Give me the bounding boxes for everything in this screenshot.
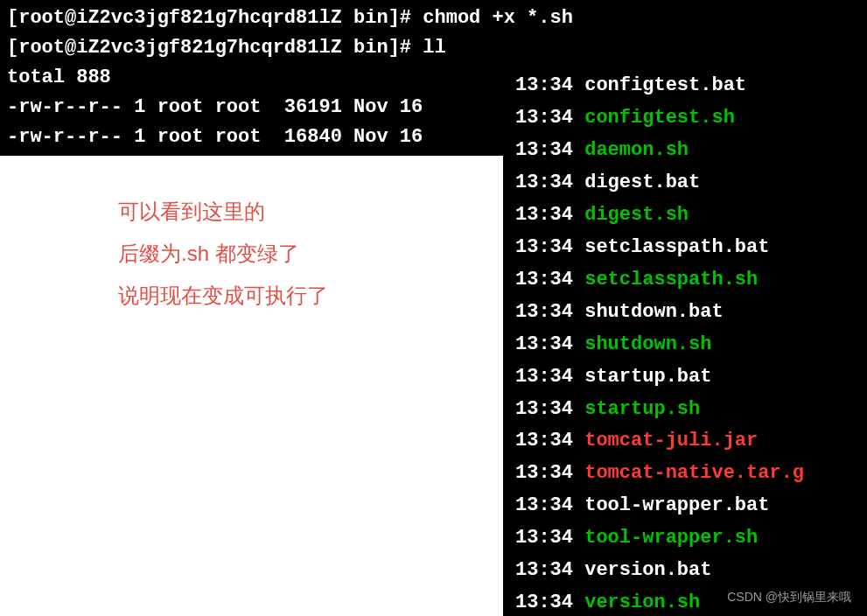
file-time: 13:34	[515, 527, 584, 549]
cmd-2: ll	[423, 37, 445, 59]
file-time: 13:34	[515, 494, 584, 516]
file-name: configtest.sh	[584, 107, 735, 129]
file-name: version.sh	[584, 592, 700, 613]
command-line-1: [root@iZ2vc3jgf821g7hcqrd81lZ bin]# chmo…	[7, 4, 860, 33]
file-name: digest.bat	[584, 172, 700, 193]
file-name: shutdown.sh	[584, 333, 711, 355]
file-row: 13:34 tomcat-juli.jar	[515, 425, 867, 458]
file-row: 13:34 shutdown.sh	[515, 329, 867, 361]
file-row: 13:34 configtest.sh	[515, 102, 867, 135]
file-time: 13:34	[515, 139, 584, 161]
file-row: 13:34 digest.bat	[515, 167, 867, 200]
file-name: tomcat-native.tar.g	[584, 462, 804, 484]
file-time: 13:34	[515, 398, 584, 420]
file-time: 13:34	[515, 592, 584, 613]
file-time: 13:34	[515, 559, 584, 581]
file-row: 13:34 configtest.bat	[515, 70, 867, 102]
file-time: 13:34	[515, 107, 584, 129]
file-row: 13:34 tomcat-native.tar.g	[515, 458, 867, 490]
file-name: daemon.sh	[584, 139, 689, 161]
file-time: 13:34	[515, 172, 584, 193]
prompt-1: [root@iZ2vc3jgf821g7hcqrd81lZ bin]#	[7, 7, 411, 29]
file-row: 13:34 tool-wrapper.bat	[515, 490, 867, 522]
file-row: 13:34 setclasspath.bat	[515, 232, 867, 264]
file-listing: 13:34 configtest.bat13:34 configtest.sh1…	[503, 70, 867, 616]
file-time: 13:34	[515, 430, 584, 452]
file-time: 13:34	[515, 269, 584, 290]
file-name: tomcat-juli.jar	[584, 430, 758, 452]
prompt-2: [root@iZ2vc3jgf821g7hcqrd81lZ bin]#	[7, 37, 411, 59]
file-name: startup.sh	[584, 398, 700, 420]
file-name: setclasspath.sh	[584, 269, 758, 290]
file-name: startup.bat	[584, 366, 711, 388]
file-time: 13:34	[515, 462, 584, 484]
file-time: 13:34	[515, 333, 584, 355]
file-time: 13:34	[515, 301, 584, 323]
file-row: 13:34 startup.sh	[515, 394, 867, 426]
file-row: 13:34 version.bat	[515, 555, 867, 587]
file-time: 13:34	[515, 236, 584, 258]
file-row: 13:34 tool-wrapper.sh	[515, 522, 867, 555]
file-row: 13:34 shutdown.bat	[515, 297, 867, 329]
file-name: shutdown.bat	[584, 301, 723, 323]
file-row: 13:34 digest.sh	[515, 200, 867, 232]
annotation-panel: 可以看到这里的 后缀为.sh 都变绿了 说明现在变成可执行了	[0, 159, 503, 616]
command-line-2: [root@iZ2vc3jgf821g7hcqrd81lZ bin]# ll	[7, 33, 860, 63]
file-time: 13:34	[515, 74, 584, 96]
file-name: digest.sh	[584, 204, 689, 226]
annotation-text: 可以看到这里的 后缀为.sh 都变绿了 说明现在变成可执行了	[118, 191, 328, 317]
file-time: 13:34	[515, 204, 584, 226]
annotation-line-3: 说明现在变成可执行了	[118, 275, 328, 317]
file-name: tool-wrapper.bat	[584, 494, 769, 516]
file-name: setclasspath.bat	[584, 236, 769, 258]
annotation-line-2: 后缀为.sh 都变绿了	[118, 233, 328, 275]
watermark: CSDN @快到锅里来哦	[727, 590, 851, 606]
file-name: configtest.bat	[584, 74, 746, 96]
file-row: 13:34 daemon.sh	[515, 135, 867, 167]
file-time: 13:34	[515, 366, 584, 388]
file-name: version.bat	[584, 559, 711, 581]
file-row: 13:34 startup.bat	[515, 361, 867, 394]
cmd-1: chmod +x *.sh	[423, 7, 573, 29]
annotation-line-1: 可以看到这里的	[118, 191, 328, 233]
file-name: tool-wrapper.sh	[584, 527, 758, 549]
file-row: 13:34 setclasspath.sh	[515, 264, 867, 297]
